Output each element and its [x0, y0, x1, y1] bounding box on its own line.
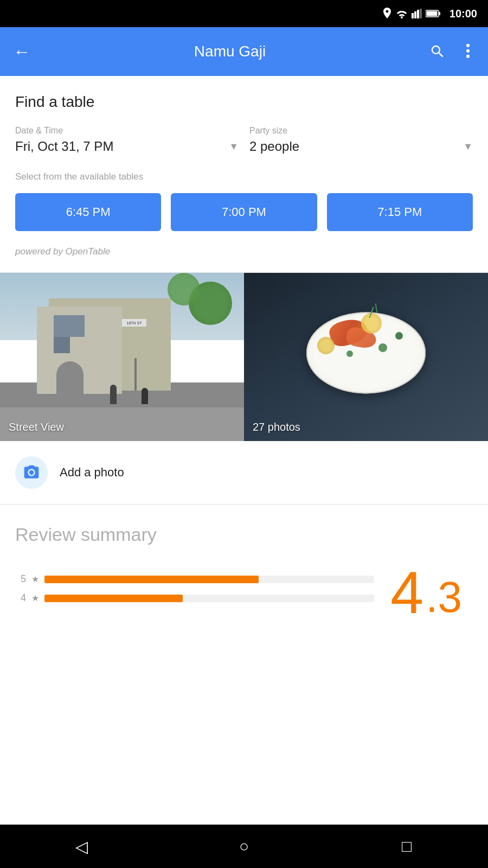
svg-point-8 — [466, 49, 470, 53]
svg-point-9 — [466, 55, 470, 58]
nav-home-button[interactable]: ○ — [228, 830, 260, 863]
party-size-dropdown[interactable]: 2 people ▼ — [249, 139, 473, 156]
time-slot-715[interactable]: 7:15 PM — [327, 193, 473, 231]
party-size-arrow: ▼ — [463, 141, 473, 152]
camera-icon — [23, 464, 40, 481]
svg-rect-2 — [417, 10, 419, 18]
rating-num-4: 4 — [15, 592, 26, 604]
bar-fill-4 — [44, 595, 183, 602]
party-size-value: 2 people — [249, 139, 299, 154]
date-time-selector[interactable]: Date & Time Fri, Oct 31, 7 PM ▼ — [15, 126, 239, 156]
add-photo-row[interactable]: Add a photo — [0, 441, 488, 504]
star-icon-4: ★ — [31, 593, 39, 603]
time-slots: 6:45 PM 7:00 PM 7:15 PM — [15, 193, 473, 231]
rating-row-4: 4 ★ — [15, 592, 374, 604]
status-time: 10:00 — [450, 8, 477, 20]
party-size-selector[interactable]: Party size 2 people ▼ — [249, 126, 473, 156]
svg-rect-1 — [414, 11, 416, 18]
svg-point-7 — [466, 44, 470, 47]
rating-row-5: 5 ★ — [15, 573, 374, 585]
big-rating: 4 .3 — [390, 563, 473, 622]
bar-track-4 — [44, 595, 374, 602]
svg-rect-0 — [412, 13, 414, 18]
photos-row: 18TH ST Street View — [0, 273, 488, 441]
rating-bars: 5 ★ 4 ★ — [15, 573, 374, 611]
signal-icon — [412, 9, 422, 18]
time-slot-700[interactable]: 7:00 PM — [171, 193, 317, 231]
food-photo-card[interactable]: 27 photos — [244, 273, 488, 441]
street-view-label: Street View — [9, 421, 64, 433]
svg-rect-6 — [426, 11, 437, 16]
rating-content: 5 ★ 4 ★ 4 .3 — [15, 563, 473, 622]
app-bar-actions — [429, 43, 475, 60]
star-icon-5: ★ — [31, 574, 39, 584]
rating-num-5: 5 — [15, 573, 26, 585]
camera-icon-wrap — [15, 456, 48, 489]
svg-rect-3 — [420, 9, 422, 18]
opentable-credit: powered by OpenTable — [15, 246, 473, 257]
find-table-title: Find a table — [15, 93, 473, 111]
app-bar: ← Namu Gaji — [0, 27, 488, 76]
nav-back-button[interactable]: ◁ — [65, 830, 98, 863]
main-content: Find a table Date & Time Fri, Oct 31, 7 … — [0, 76, 488, 633]
back-button[interactable]: ← — [13, 42, 30, 62]
find-table-section: Find a table Date & Time Fri, Oct 31, 7 … — [0, 76, 488, 272]
date-time-arrow: ▼ — [229, 141, 239, 152]
status-bar: 10:00 — [0, 0, 488, 27]
nav-recent-button[interactable]: □ — [390, 830, 423, 863]
bottom-nav: ◁ ○ □ — [0, 825, 488, 868]
party-size-label: Party size — [249, 126, 473, 136]
svg-rect-5 — [439, 12, 440, 15]
bar-track-5 — [44, 576, 374, 583]
time-slot-645[interactable]: 6:45 PM — [15, 193, 161, 231]
battery-icon — [426, 9, 441, 18]
page-title: Namu Gaji — [43, 43, 416, 60]
big-rating-whole: 4 — [390, 563, 423, 622]
add-photo-text: Add a photo — [60, 465, 124, 480]
status-icons — [382, 8, 441, 20]
review-section: Review summary 5 ★ 4 ★ — [0, 505, 488, 633]
big-rating-decimal: .3 — [426, 576, 462, 619]
search-icon[interactable] — [429, 43, 446, 60]
date-time-value: Fri, Oct 31, 7 PM — [15, 139, 113, 154]
review-summary-title: Review summary — [15, 524, 473, 545]
date-time-label: Date & Time — [15, 126, 239, 136]
date-time-dropdown[interactable]: Fri, Oct 31, 7 PM ▼ — [15, 139, 239, 156]
location-icon — [382, 8, 392, 20]
street-view-card[interactable]: 18TH ST Street View — [0, 273, 244, 441]
wifi-icon — [395, 9, 408, 18]
selectors-row: Date & Time Fri, Oct 31, 7 PM ▼ Party si… — [15, 126, 473, 156]
more-options-icon[interactable] — [461, 43, 475, 60]
photos-count-label: 27 photos — [253, 421, 300, 433]
available-tables-label: Select from the available tables — [15, 171, 473, 182]
bar-fill-5 — [44, 576, 259, 583]
